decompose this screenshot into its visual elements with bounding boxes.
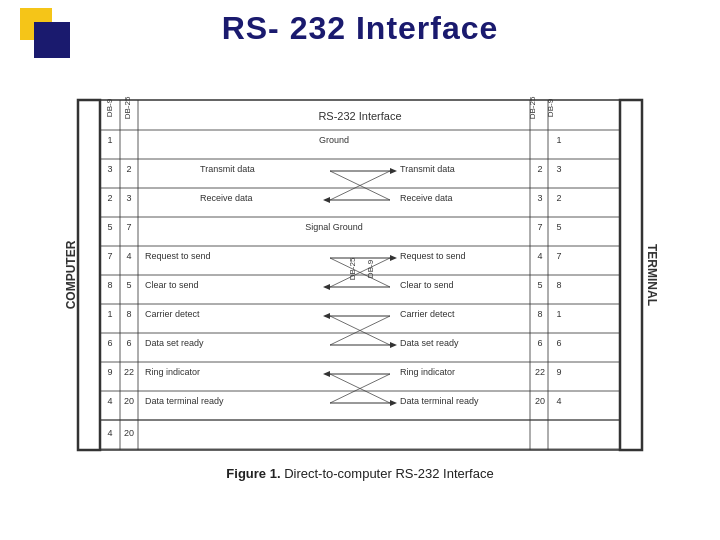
svg-text:6: 6 [556,338,561,348]
svg-text:6: 6 [126,338,131,348]
svg-text:COMPUTER: COMPUTER [64,240,78,309]
svg-text:1: 1 [107,309,112,319]
svg-text:2: 2 [556,193,561,203]
svg-rect-24 [78,100,100,450]
svg-text:Receive data: Receive data [200,193,253,203]
svg-text:8: 8 [107,280,112,290]
svg-text:Request to send: Request to send [400,251,466,261]
svg-text:7: 7 [126,222,131,232]
svg-text:3: 3 [126,193,131,203]
svg-text:DB-9: DB-9 [105,98,114,117]
svg-text:7: 7 [556,251,561,261]
svg-text:22: 22 [535,367,545,377]
svg-text:Carrier detect: Carrier detect [145,309,200,319]
svg-text:1: 1 [107,135,112,145]
svg-text:9: 9 [556,367,561,377]
svg-text:Request to send: Request to send [145,251,211,261]
svg-text:5: 5 [537,280,542,290]
svg-text:DB-25: DB-25 [528,96,537,119]
svg-text:DB-25: DB-25 [123,96,132,119]
svg-text:22: 22 [124,367,134,377]
svg-text:8: 8 [556,280,561,290]
svg-text:4: 4 [556,396,561,406]
svg-text:Figure 1.
      Direct-to-comp: Figure 1. Direct-to-computer RS-232 Inte… [226,466,493,481]
svg-text:3: 3 [107,164,112,174]
svg-text:TERMINAL: TERMINAL [645,244,659,306]
svg-rect-25 [620,100,642,450]
svg-text:3: 3 [556,164,561,174]
svg-text:Ring indicator: Ring indicator [400,367,455,377]
svg-text:4: 4 [107,396,112,406]
svg-text:5: 5 [107,222,112,232]
svg-text:Ground: Ground [319,135,349,145]
svg-text:DB-9: DB-9 [546,98,555,117]
svg-text:Transmit data: Transmit data [200,164,255,174]
svg-text:4: 4 [126,251,131,261]
svg-text:Receive data: Receive data [400,193,453,203]
svg-text:Clear to send: Clear to send [400,280,454,290]
svg-text:20: 20 [535,396,545,406]
svg-text:2: 2 [537,164,542,174]
svg-text:Transmit data: Transmit data [400,164,455,174]
svg-text:7: 7 [537,222,542,232]
svg-text:RS-232 Interface: RS-232 Interface [318,110,401,122]
svg-text:6: 6 [107,338,112,348]
svg-text:8: 8 [537,309,542,319]
svg-text:5: 5 [126,280,131,290]
svg-text:Ring indicator: Ring indicator [145,367,200,377]
svg-text:Data set ready: Data set ready [145,338,204,348]
svg-text:7: 7 [107,251,112,261]
svg-text:5: 5 [556,222,561,232]
svg-text:20: 20 [124,428,134,438]
svg-text:Clear to send: Clear to send [145,280,199,290]
svg-text:Data set ready: Data set ready [400,338,459,348]
svg-text:8: 8 [126,309,131,319]
svg-text:Data terminal ready: Data terminal ready [145,396,224,406]
svg-text:2: 2 [107,193,112,203]
svg-text:Carrier detect: Carrier detect [400,309,455,319]
svg-text:20: 20 [124,396,134,406]
svg-text:3: 3 [537,193,542,203]
svg-text:Signal Ground: Signal Ground [305,222,363,232]
rs232-diagram: RS-232 Interface DB-9 DB-25 DB-25 DB-9 C… [0,0,720,540]
svg-text:4: 4 [537,251,542,261]
svg-text:Data terminal ready: Data terminal ready [400,396,479,406]
svg-text:1: 1 [556,135,561,145]
svg-text:9: 9 [107,367,112,377]
svg-text:6: 6 [537,338,542,348]
svg-text:1: 1 [556,309,561,319]
svg-text:2: 2 [126,164,131,174]
svg-text:4: 4 [107,428,112,438]
